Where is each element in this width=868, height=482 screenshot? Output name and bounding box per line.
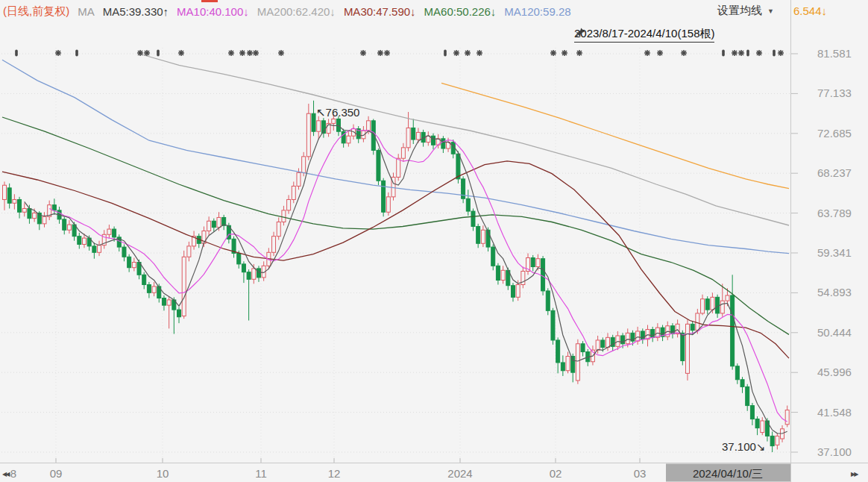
event-pill-icon[interactable]: [157, 50, 160, 57]
candle-body: [531, 257, 535, 266]
x-axis-label: 10: [157, 467, 169, 480]
candle-body: [696, 313, 699, 331]
y-axis-label: 77.133: [817, 87, 852, 99]
candle-body: [576, 344, 579, 381]
event-burst-icon[interactable]: [278, 50, 284, 56]
candle-body: [82, 238, 86, 244]
candle-body: [7, 188, 11, 203]
set-ma-button[interactable]: 设置均线 ▼: [706, 1, 785, 21]
candle-body: [98, 245, 101, 253]
candle-body: [242, 264, 245, 272]
event-burst-icon[interactable]: [576, 50, 582, 56]
candle-body: [147, 285, 151, 293]
kline-chart-canvas[interactable]: ↖76.35037.100↘81.58177.13372.68568.23763…: [0, 0, 868, 482]
candle-body: [601, 340, 605, 348]
period-adjust-label: (日线,前复权): [3, 4, 69, 19]
candle-body: [22, 208, 26, 212]
x-axis-label: 12: [328, 467, 341, 480]
y-axis-label: 50.444: [817, 326, 852, 339]
page-left-icon[interactable]: ◀◀: [2, 471, 10, 478]
candle-body: [740, 380, 744, 387]
event-burst-icon[interactable]: [756, 50, 762, 56]
candle-body: [477, 226, 480, 243]
candle-body: [177, 310, 181, 317]
candle-body: [750, 406, 754, 419]
candle-body: [302, 157, 306, 173]
event-burst-icon[interactable]: [377, 50, 383, 56]
event-burst-icon[interactable]: [453, 50, 459, 56]
candle-body: [726, 295, 729, 301]
candle-body: [92, 246, 96, 252]
event-burst-icon[interactable]: [465, 50, 471, 56]
event-pill-icon[interactable]: [75, 50, 78, 57]
event-burst-icon[interactable]: [253, 50, 259, 56]
price-annotation: 37.100↘: [722, 440, 765, 453]
candle-body: [651, 330, 655, 338]
candle-body: [187, 246, 191, 257]
candle-body: [382, 181, 386, 212]
y-axis-label: 59.341: [817, 246, 852, 259]
event-burst-icon[interactable]: [55, 50, 61, 56]
event-burst-icon[interactable]: [178, 50, 184, 56]
x-axis-label: 2024: [447, 467, 472, 480]
candle-body: [306, 113, 310, 157]
candle-body: [566, 357, 570, 371]
candle-body: [596, 340, 600, 350]
candle-body: [377, 150, 380, 181]
event-burst-icon[interactable]: [239, 50, 245, 56]
event-burst-icon[interactable]: [144, 50, 150, 56]
event-burst-icon[interactable]: [562, 50, 567, 56]
event-burst-icon[interactable]: [384, 50, 390, 56]
visible-range-control[interactable]: 2023/8/17-2024/4/10(158根): [574, 27, 714, 43]
event-pill-icon[interactable]: [746, 50, 749, 57]
candle-body: [701, 299, 705, 313]
candle-body: [43, 216, 46, 224]
candle-body: [406, 128, 410, 147]
selection-artifact: [201, 0, 218, 2]
event-burst-icon[interactable]: [732, 50, 738, 56]
candle-body: [52, 205, 56, 210]
candle-body: [113, 229, 116, 237]
ma-value-0: MA: [78, 5, 95, 18]
x-axis-label: 03: [634, 467, 647, 480]
candles-layer[interactable]: [3, 101, 790, 452]
ma200-line: [142, 54, 789, 225]
event-pill-icon[interactable]: [444, 50, 447, 57]
candle-body: [571, 357, 575, 373]
candle-body: [397, 158, 400, 177]
event-burst-icon[interactable]: [657, 50, 663, 56]
candle-body: [481, 230, 485, 243]
candle-body: [466, 198, 470, 211]
event-pill-icon[interactable]: [722, 50, 725, 57]
candle-body: [471, 211, 475, 226]
event-burst-icon[interactable]: [550, 50, 556, 56]
event-burst-icon[interactable]: [137, 50, 143, 56]
event-burst-icon[interactable]: [778, 50, 784, 56]
event-burst-icon[interactable]: [477, 50, 482, 56]
event-burst-icon[interactable]: [644, 50, 650, 56]
pin-icon[interactable]: [574, 27, 586, 39]
candle-body: [257, 269, 260, 278]
candle-body: [711, 297, 714, 310]
candle-body: [78, 237, 81, 245]
ma120-line: [2, 60, 789, 254]
candle-body: [18, 199, 22, 212]
event-pill-icon[interactable]: [15, 50, 18, 57]
event-burst-icon[interactable]: [228, 50, 234, 56]
event-burst-icon[interactable]: [738, 50, 744, 56]
candle-body: [142, 275, 146, 284]
candle-body: [167, 300, 171, 305]
page-right-icon[interactable]: ▶▶: [851, 471, 859, 478]
candle-body: [716, 297, 720, 313]
candle-body: [491, 247, 495, 266]
event-pill-icon[interactable]: [773, 50, 776, 57]
price-annotation: ↖76.350: [316, 106, 359, 119]
candle-body: [252, 269, 256, 279]
event-burst-icon[interactable]: [247, 50, 253, 56]
candle-body: [152, 287, 156, 292]
candle-body: [561, 363, 564, 371]
event-burst-icon[interactable]: [360, 50, 366, 56]
event-burst-icon[interactable]: [681, 50, 687, 56]
ma-value-3: MA200:62.420↓: [257, 5, 336, 18]
event-markers-row: [15, 50, 784, 57]
